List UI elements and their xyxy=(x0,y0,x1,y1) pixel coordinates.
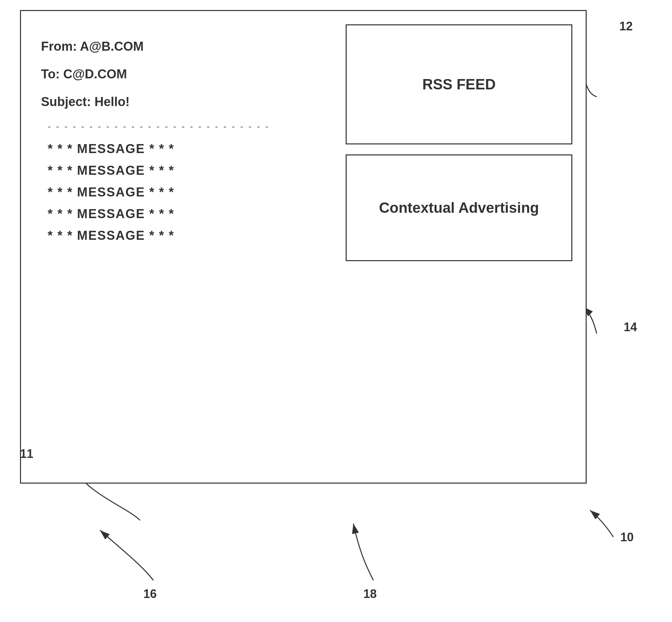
email-to: To: C@D.COM xyxy=(41,65,321,83)
email-divider: - - - - - - - - - - - - - - - - - - - - … xyxy=(48,121,321,132)
email-header: From: A@B.COM To: C@D.COM Subject: Hello… xyxy=(34,24,328,257)
label-12: 12 xyxy=(619,19,633,33)
main-box: From: A@B.COM To: C@D.COM Subject: Hello… xyxy=(20,10,587,484)
rss-feed-box: RSS FEED xyxy=(346,24,572,144)
message-line-1: * * * MESSAGE * * * xyxy=(48,142,314,156)
email-from: From: A@B.COM xyxy=(41,38,321,55)
right-panel: RSS FEED Contextual Advertising xyxy=(346,24,572,261)
label-11: 11 xyxy=(20,447,33,461)
contextual-advertising-label: Contextual Advertising xyxy=(379,200,539,216)
message-line-2: * * * MESSAGE * * * xyxy=(48,164,314,178)
rss-feed-label: RSS FEED xyxy=(422,76,496,93)
contextual-advertising-box: Contextual Advertising xyxy=(346,154,572,261)
email-panel: From: A@B.COM To: C@D.COM Subject: Hello… xyxy=(34,24,328,464)
label-10: 10 xyxy=(620,530,634,544)
message-line-4: * * * MESSAGE * * * xyxy=(48,207,314,221)
label-18: 18 xyxy=(363,587,377,601)
message-line-5: * * * MESSAGE * * * xyxy=(48,229,314,243)
message-line-3: * * * MESSAGE * * * xyxy=(48,185,314,200)
label-14: 14 xyxy=(624,320,637,334)
email-subject: Subject: Hello! xyxy=(41,93,321,111)
label-16: 16 xyxy=(143,587,157,601)
